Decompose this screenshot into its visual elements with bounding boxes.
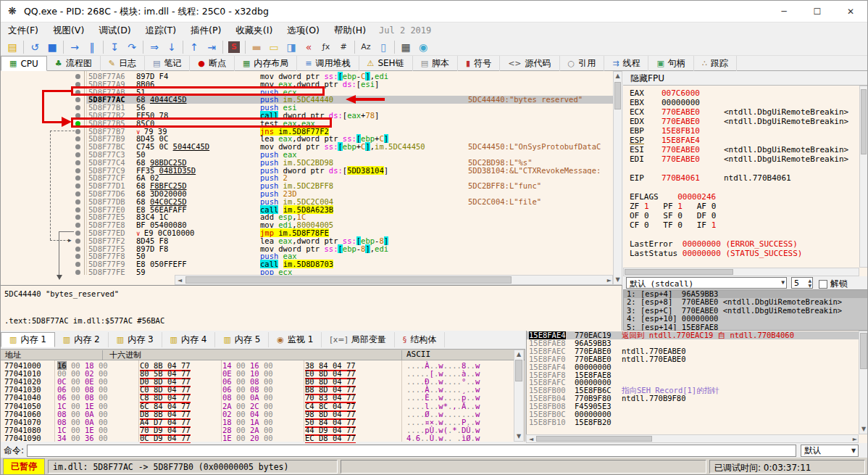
step-into-icon[interactable]: ↧ [106,39,123,55]
flag-name[interactable]: PF [649,202,678,211]
register-value[interactable]: 770EABE0 [662,107,700,117]
tab-跟踪[interactable]: ∴跟踪 [694,56,737,71]
instruction-dot[interactable] [75,270,80,275]
flag-name[interactable]: SF [649,211,678,220]
instruction-dot[interactable] [75,105,80,110]
register-name[interactable]: EDI [630,154,662,164]
tab-源代码[interactable]: <>源代码 [500,56,559,71]
flag-value[interactable]: 1 [677,202,683,211]
menu-item[interactable]: 帮助(H) [327,23,373,38]
tab-句柄[interactable]: ▣句柄 [648,56,693,71]
register-value[interactable]: 770EABE0 [662,145,700,154]
register-value[interactable]: 770EABE0 [662,117,700,126]
flag-name[interactable]: IF [683,220,711,230]
maximize-button[interactable]: ☐ [801,1,834,22]
register-name[interactable]: EDX [630,117,662,126]
flag-value[interactable]: 0 [644,211,649,220]
close-button[interactable]: ✕ [834,1,867,22]
flag-name[interactable]: CF [630,220,644,230]
menu-item[interactable]: 调试(D) [91,23,138,38]
run-to-user-icon[interactable]: ⇥ [203,39,220,55]
instruction-dot[interactable] [75,254,80,259]
tab-内存 2[interactable]: ▥内存 2 [55,332,109,347]
dump-byte[interactable]: 34 [57,434,67,442]
tab-内存 3[interactable]: ▥内存 3 [109,332,162,347]
disasm-hscrollbar[interactable]: ◄ ► [175,275,613,285]
tab-线程[interactable]: ⇉线程 [604,56,648,71]
instruction-dot[interactable] [75,239,80,244]
dump-byte[interactable]: D9 [154,434,163,442]
run-to-user-code-icon[interactable]: ⇒ [146,39,163,55]
dump-byte[interactable]: 36 [85,434,94,442]
dump-byte[interactable]: 20 [250,434,259,442]
register-name[interactable]: EAX [630,88,662,98]
flag-name[interactable]: AF [683,202,711,211]
seh-chain-icon[interactable]: S [228,41,240,53]
registers-hscrollbar[interactable] [623,268,859,276]
tab-结构体[interactable]: §结构体 [395,332,446,347]
stack-row[interactable]: 15E8FAF400000000 [527,363,859,371]
tab-脚本[interactable]: ▤脚本 [413,56,458,71]
tab-SEH链[interactable]: ⚠SEH链 [359,56,413,71]
tab-笔记[interactable]: ▤笔记 [145,56,190,71]
tab-CPU[interactable]: ▦CPU [1,56,47,71]
step-over-icon[interactable]: ↷ [123,39,141,55]
tab-流程图[interactable]: ♣流程图 [47,56,101,71]
dump-byte[interactable]: 0C [140,434,149,442]
flag-name[interactable]: DF [683,211,711,220]
restart-icon[interactable]: ↺ [26,39,43,55]
args-depth-spinner[interactable]: 5▲▼ [791,277,813,289]
stack-view[interactable]: 15E8FAE4770EAC19返回到 ntdll.770EAC19 自 ntd… [526,331,868,443]
instruction-dot[interactable] [75,207,80,212]
instruction-dot[interactable] [75,183,80,189]
patches-icon[interactable]: ▬ [248,39,265,55]
bookmarks-icon[interactable]: « [300,39,317,55]
stack-hscrollbar[interactable]: ◄ ► [526,434,859,443]
dump-byte[interactable]: 00 [99,434,108,442]
tab-内存 4[interactable]: ▥内存 4 [162,332,216,347]
dump-byte[interactable]: D8 [319,434,328,442]
flag-name[interactable]: ZF [630,202,644,211]
step-out-icon[interactable]: ↓ [163,39,180,55]
instruction-dot[interactable] [75,129,80,134]
open-file-icon[interactable]: ▤ [4,39,21,55]
menu-item[interactable]: 插件(P) [183,23,228,38]
instruction-dot[interactable] [75,74,80,79]
registers-vscrollbar[interactable] [859,86,868,268]
instruction-dot[interactable] [75,223,80,228]
register-name[interactable]: ESP [630,136,662,145]
flag-value[interactable]: 0 [644,220,649,230]
dump-byte[interactable]: 77 [181,434,191,442]
registers-list[interactable]: EAX007C6000EBX00000000ECX770EABE0<ntdll.… [630,88,858,277]
memory-dump-view[interactable]: 地址 十六进制 ASCII 7704100016 00 18 00C0 8B 0… [1,350,525,442]
unlock-checkbox[interactable] [819,280,827,289]
flag-name[interactable]: TF [649,220,678,230]
register-value[interactable]: 15E8FB10 [662,126,700,136]
hide-fpu-button[interactable]: 隐藏FPU [623,71,868,86]
instruction-dot[interactable] [75,136,80,141]
tab-断点[interactable]: ●断点 [190,56,235,71]
register-value[interactable]: 15E8FAE4 [662,136,700,145]
flag-value[interactable]: 1 [644,202,649,211]
instruction-dot[interactable] [75,199,80,205]
stack-row[interactable]: 15E8FAF0770EABE0ntdll.770EABE0 [527,355,859,363]
disassembly-view[interactable]: 5D8F77A6897D F4mov dword ptr ss:[ebp-C],… [1,71,622,285]
stack-row[interactable]: 15E8FB1015E8FB20 [527,418,859,426]
register-name[interactable]: ESI [630,145,662,154]
dump-byte[interactable]: 77 [346,434,356,442]
register-name[interactable]: EIP [630,173,662,183]
tab-符号[interactable]: ▮符号 [458,56,500,71]
instruction-dot[interactable] [75,160,80,165]
globe-icon[interactable]: ◉ [414,39,432,55]
dump-byte[interactable]: 00 [236,434,246,442]
functions-icon[interactable]: ƒx [317,39,335,55]
dump-vscrollbar[interactable]: ▲ ▼ [514,350,524,442]
argument-row[interactable]: 4: [esp+10] 00000000 [624,315,868,323]
run-icon[interactable]: → [66,39,83,55]
register-value[interactable]: 00000000 [662,98,700,107]
register-value[interactable]: 770EABE0 [662,154,700,164]
instruction-dot[interactable] [75,231,80,236]
dump-byte[interactable]: 1E [222,434,232,442]
tab-内存 5[interactable]: ▥内存 5 [215,332,269,347]
dump-byte[interactable]: EC [305,434,314,442]
